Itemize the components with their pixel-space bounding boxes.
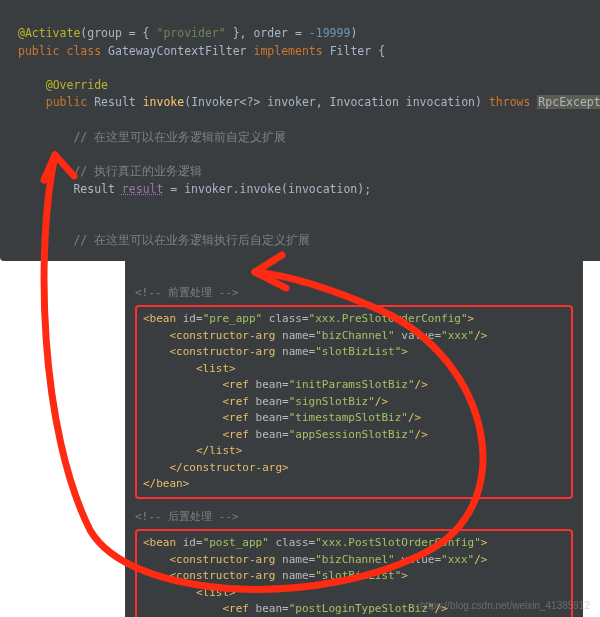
kw-class: class	[66, 44, 101, 58]
comment-pre: // 在这里可以在业务逻辑前自定义扩展	[73, 130, 286, 144]
post-ca2-name: "slotBizList"	[315, 569, 401, 582]
class-name: GatewayContextFilter	[108, 44, 246, 58]
stmt-left: Result	[73, 182, 121, 196]
exception-type: RpcException	[537, 95, 600, 109]
comment-post: // 在这里可以在业务逻辑执行后自定义扩展	[73, 233, 310, 247]
watermark: https://blog.csdn.net/weixin_41385912	[420, 598, 590, 613]
xml-comment-post: <!-- 后置处理 -->	[135, 510, 239, 523]
xml-pre-bean-box: <bean id="pre_app" class="xxx.PreSlotOrd…	[135, 305, 573, 499]
stmt-right: = invoker.invoke(invocation);	[163, 182, 371, 196]
java-code-block: @Activate(group = { "provider" }, order …	[0, 0, 600, 261]
method-params: (Invoker<?> invoker, Invocation invocati…	[184, 95, 482, 109]
comment-exec: // 执行真正的业务逻辑	[73, 164, 202, 178]
interface-name: Filter	[330, 44, 372, 58]
xml-code-block: <!-- 前置处理 --> <bean id="pre_app" class="…	[125, 258, 583, 617]
pre-ca1-name: "bizChannel"	[315, 329, 394, 342]
kw-public: public	[18, 44, 60, 58]
method-name: invoke	[143, 95, 185, 109]
pre-ca1-value: "xxx"	[441, 329, 474, 342]
post-ca1-name: "bizChannel"	[315, 553, 394, 566]
java-annotation: @Activate	[18, 26, 80, 40]
return-type: Result	[94, 95, 136, 109]
kw-implements: implements	[253, 44, 322, 58]
pre-id: "pre_app"	[203, 312, 263, 325]
post-id: "post_app"	[203, 536, 269, 549]
xml-comment-pre: <!-- 前置处理 -->	[135, 286, 239, 299]
kw-public2: public	[46, 95, 88, 109]
kw-throws: throws	[489, 95, 531, 109]
brace-open: {	[371, 44, 385, 58]
pre-ca2-name: "slotBizList"	[315, 345, 401, 358]
annotation-override: @Override	[46, 78, 108, 92]
stmt-var: result	[122, 182, 164, 196]
java-ann-params: (group = { "provider" }, order = -19999)	[80, 26, 357, 40]
post-class: "xxx.PostSlotOrderConfig"	[315, 536, 481, 549]
post-ca1-value: "xxx"	[441, 553, 474, 566]
pre-class: "xxx.PreSlotOrderConfig"	[309, 312, 468, 325]
